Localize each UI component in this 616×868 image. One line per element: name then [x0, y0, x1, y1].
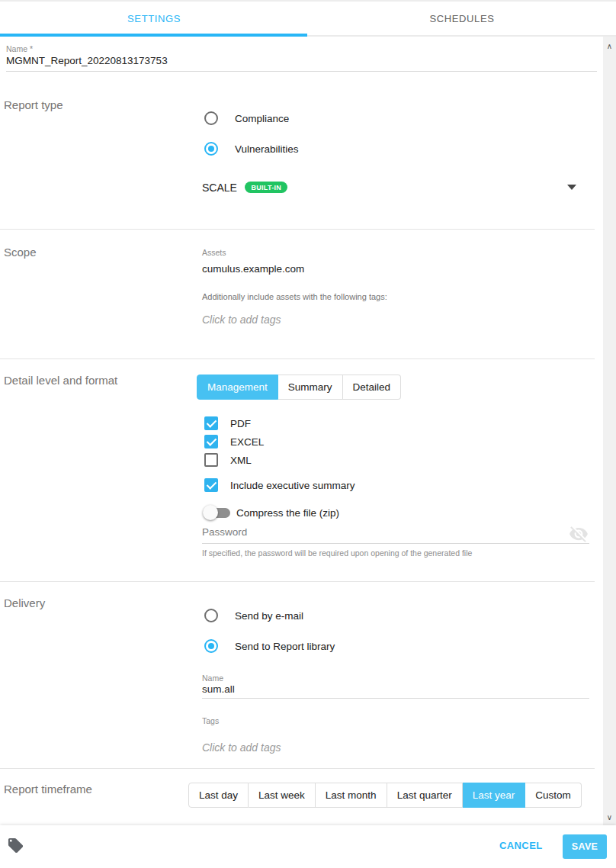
- name-field-label: Name *: [6, 44, 33, 53]
- name-input[interactable]: [6, 55, 593, 66]
- divider: [0, 768, 595, 769]
- password-underline: [202, 543, 589, 544]
- checkbox-excel[interactable]: EXCEL: [204, 435, 264, 448]
- radio-send-email[interactable]: Send by e-mail: [204, 609, 303, 622]
- detail-level-segments: Management Summary Detailed: [197, 375, 401, 400]
- divider: [0, 229, 595, 230]
- name-input-underline: [6, 71, 597, 72]
- save-button[interactable]: SAVE: [563, 834, 607, 859]
- tab-schedules[interactable]: SCHEDULES: [308, 2, 616, 35]
- report-template-select[interactable]: SCALE BUILT-IN: [202, 180, 579, 198]
- scope-tags-input[interactable]: Click to add tags: [202, 313, 281, 326]
- delivery-name-underline: [202, 698, 589, 699]
- radio-vulnerabilities[interactable]: Vulnerabilities: [204, 142, 299, 156]
- segment-last-week[interactable]: Last week: [249, 783, 316, 808]
- assets-label: Assets: [202, 248, 226, 257]
- assets-value[interactable]: cumulus.example.com: [202, 263, 304, 275]
- segment-last-year[interactable]: Last year: [463, 783, 526, 808]
- checkbox-exec-summary[interactable]: Include executive summary: [204, 478, 355, 492]
- section-report-type: Report type: [4, 98, 63, 111]
- section-delivery: Delivery: [4, 596, 45, 609]
- report-settings-dialog: SETTINGS SCHEDULES Name * Report type Co…: [0, 0, 616, 868]
- password-helper-text: If specified, the password will be requi…: [202, 548, 472, 558]
- segment-detailed[interactable]: Detailed: [343, 375, 402, 400]
- toggle-off-icon: [203, 505, 230, 520]
- vertical-scrollbar[interactable]: ∧ ∨: [603, 37, 616, 825]
- checkbox-exec-summary-label: Include executive summary: [230, 480, 355, 491]
- timeframe-segments: Last day Last week Last month Last quart…: [188, 783, 582, 808]
- checkbox-checked-icon: [204, 478, 218, 492]
- segment-last-day[interactable]: Last day: [188, 783, 249, 808]
- scope-tags-hint: Additionally include assets with the fol…: [202, 292, 387, 301]
- compress-zip-label: Compress the file (zip): [236, 507, 339, 519]
- delivery-tags-label: Tags: [202, 716, 219, 725]
- radio-compliance[interactable]: Compliance: [204, 111, 289, 125]
- active-tab-indicator: [0, 34, 307, 37]
- checkbox-checked-icon: [204, 435, 218, 448]
- segment-summary[interactable]: Summary: [278, 375, 343, 400]
- scroll-down-icon[interactable]: ∨: [603, 811, 616, 824]
- checkbox-excel-label: EXCEL: [230, 436, 264, 448]
- checkbox-unchecked-icon: [204, 453, 218, 467]
- radio-unselected-icon: [204, 111, 218, 125]
- built-in-badge: BUILT-IN: [245, 182, 287, 193]
- divider: [0, 358, 595, 359]
- password-input[interactable]: [202, 526, 560, 538]
- divider: [0, 581, 595, 582]
- segment-management[interactable]: Management: [197, 375, 278, 400]
- radio-selected-icon: [204, 639, 218, 653]
- segment-custom[interactable]: Custom: [525, 783, 582, 808]
- tag-icon[interactable]: [7, 837, 24, 854]
- radio-compliance-label: Compliance: [235, 113, 289, 124]
- segment-last-month[interactable]: Last month: [316, 783, 387, 808]
- cancel-button[interactable]: CANCEL: [499, 840, 543, 851]
- checkbox-xml-label: XML: [230, 455, 252, 466]
- radio-send-email-label: Send by e-mail: [235, 610, 303, 622]
- segment-last-quarter[interactable]: Last quarter: [387, 783, 463, 808]
- checkbox-xml[interactable]: XML: [204, 453, 252, 467]
- tab-bar: SETTINGS SCHEDULES: [0, 0, 616, 37]
- section-detail-format: Detail level and format: [4, 374, 117, 387]
- visibility-off-icon[interactable]: [569, 524, 589, 544]
- chevron-down-icon: [567, 185, 576, 190]
- checkbox-pdf[interactable]: PDF: [204, 416, 251, 430]
- tab-settings[interactable]: SETTINGS: [0, 2, 308, 35]
- section-report-timeframe: Report timeframe: [4, 783, 92, 796]
- radio-report-library[interactable]: Send to Report library: [204, 639, 335, 653]
- radio-selected-icon: [204, 142, 218, 156]
- template-name: SCALE: [202, 182, 237, 194]
- compress-zip-toggle[interactable]: Compress the file (zip): [203, 505, 339, 520]
- checkbox-checked-icon: [204, 416, 218, 430]
- radio-report-library-label: Send to Report library: [235, 641, 335, 652]
- delivery-tags-input[interactable]: Click to add tags: [202, 741, 281, 754]
- section-scope: Scope: [4, 246, 37, 259]
- scroll-up-icon[interactable]: ∧: [603, 40, 616, 53]
- radio-vulnerabilities-label: Vulnerabilities: [235, 143, 299, 155]
- delivery-name-input[interactable]: [202, 683, 560, 695]
- radio-unselected-icon: [204, 609, 218, 622]
- checkbox-pdf-label: PDF: [230, 418, 251, 429]
- delivery-name-label: Name: [202, 674, 223, 683]
